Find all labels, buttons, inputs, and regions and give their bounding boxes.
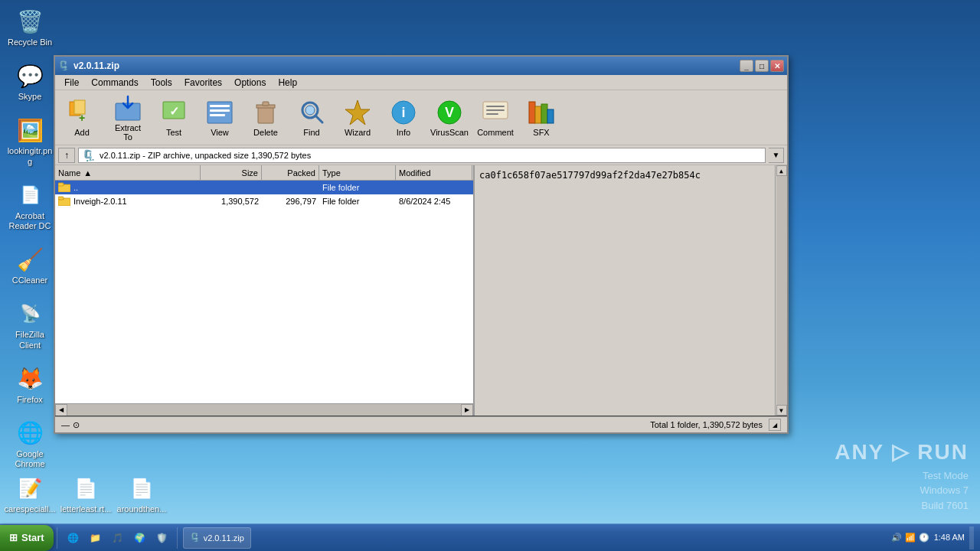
acrobat-label: Acrobat Reader DC — [7, 211, 53, 231]
desktop-icon-firefox[interactable]: 🦊 Firefox — [4, 361, 56, 408]
toolbar-test-button[interactable]: ✓ Test — [152, 93, 196, 142]
virusscan-label: VirusScan — [430, 128, 469, 137]
scroll-track-v[interactable] — [776, 176, 787, 405]
scroll-down-btn[interactable]: ▼ — [776, 405, 787, 416]
menu-commands[interactable]: Commands — [85, 76, 144, 90]
taskbar-apps: 🗜️ v2.0.11.zip — [179, 527, 885, 549]
col-header-type[interactable]: Type — [319, 165, 396, 180]
scroll-track[interactable] — [67, 404, 461, 416]
cell-type-1: File folder — [319, 183, 396, 192]
tray-clock-icon: 🕐 — [919, 533, 929, 543]
col-header-packed[interactable]: Packed — [262, 165, 319, 180]
desktop-icon-letterleast[interactable]: 📄 letterleast.rt... — [60, 471, 112, 517]
winrar-quick-launch[interactable]: 🛡️ — [152, 528, 172, 548]
tray-time[interactable]: 1:48 AM — [934, 532, 965, 543]
desktop-icon-chrome[interactable]: 🌐 Google Chrome — [4, 416, 56, 472]
menu-favorites[interactable]: Favorites — [178, 76, 228, 90]
horizontal-scrollbar[interactable]: ◀ ▶ — [55, 403, 473, 416]
tray-speaker-icon[interactable]: 🔊 — [891, 533, 902, 543]
scroll-right-btn[interactable]: ▶ — [461, 404, 473, 416]
menu-file[interactable]: File — [58, 76, 85, 90]
size-grip[interactable]: ◢ — [769, 419, 781, 431]
anyrun-watermark: ANY ▷ RUN Test Mode Windows 7 Build 7601 — [835, 436, 969, 514]
taskbar: ⊞ Start 🌐 📁 🎵 🌍 🛡️ 🗜️ v2.0.11.zip 🔊 📶 — [0, 523, 980, 551]
window-titlebar: 🗜️ v2.0.11.zip _ □ ✕ — [55, 57, 787, 75]
desktop-icon-skype[interactable]: 💬 Skype — [4, 58, 56, 105]
lookingitr-icon: 🖼️ — [15, 116, 44, 145]
desktop-icon-ccleaner[interactable]: 🧹 CCleaner — [4, 242, 56, 289]
toolbar-sfx-button[interactable]: SFX — [519, 93, 564, 142]
svg-rect-27 — [541, 104, 547, 123]
close-button[interactable]: ✕ — [770, 60, 784, 72]
file-rows: .. File folder — [55, 181, 473, 403]
address-dropdown[interactable]: ▼ — [769, 148, 784, 163]
start-orb: ⊞ — [9, 532, 18, 543]
address-input[interactable]: 🗜️ v2.0.11.zip - ZIP archive, unpacked s… — [78, 148, 766, 163]
toolbar: + Add Extract To ✓ — [55, 90, 787, 145]
letterleast-icon: 📄 — [71, 474, 100, 503]
aroundthen-label: aroundthen... — [117, 504, 167, 514]
back-button[interactable]: ↑ — [58, 148, 75, 163]
toolbar-wizard-button[interactable]: Wizard — [335, 93, 380, 142]
bottom-desktop-icons: 📝 carespeciall... 📄 letterleast.rt... 📄 … — [0, 467, 172, 520]
maximize-button[interactable]: □ — [755, 60, 769, 72]
svg-rect-12 — [263, 102, 269, 106]
media-quick-launch[interactable]: 🎵 — [108, 528, 128, 548]
carespeciall-icon: 📝 — [15, 474, 44, 503]
winrar-title-icon: 🗜️ — [58, 60, 70, 71]
status-icon-2: ⊙ — [73, 420, 80, 430]
ie-quick-launch[interactable]: 🌐 — [64, 528, 83, 548]
svg-rect-24 — [486, 113, 498, 115]
start-button[interactable]: ⊞ Start — [0, 525, 54, 551]
scroll-up-btn[interactable]: ▲ — [776, 165, 787, 176]
toolbar-add-button[interactable]: + Add — [60, 93, 104, 142]
show-desktop-btn[interactable] — [969, 527, 974, 549]
toolbar-view-button[interactable]: View — [198, 93, 242, 142]
svg-rect-30 — [58, 183, 64, 186]
menu-help[interactable]: Help — [272, 76, 303, 90]
toolbar-find-button[interactable]: Find — [289, 93, 334, 142]
table-row[interactable]: Inveigh-2.0.11 1,390,572 296,797 File fo… — [55, 194, 473, 208]
toolbar-comment-button[interactable]: Comment — [473, 93, 518, 142]
menu-tools[interactable]: Tools — [145, 76, 178, 90]
taskbar-app-label: v2.0.11.zip — [204, 533, 244, 543]
col-header-name[interactable]: Name ▲ — [55, 165, 201, 180]
desktop-icon-acrobat[interactable]: 📄 Acrobat Reader DC — [4, 178, 56, 234]
desktop-icon-recycle-bin[interactable]: 🗑️ Recycle Bin — [4, 4, 56, 51]
scroll-left-btn[interactable]: ◀ — [55, 404, 67, 416]
desktop-icon-filezilla[interactable]: 📡 FileZilla Client — [4, 296, 56, 353]
right-scrollbar[interactable]: ▲ ▼ — [775, 165, 787, 416]
desktop-icon-carespeciall[interactable]: 📝 carespeciall... — [4, 471, 56, 517]
toolbar-extract-button[interactable]: Extract To — [106, 93, 150, 142]
tray-icons[interactable]: 🔊 📶 🕐 — [891, 533, 929, 543]
menu-options[interactable]: Options — [228, 76, 272, 90]
aroundthen-icon: 📄 — [127, 474, 156, 503]
toolbar-delete-button[interactable]: Delete — [243, 93, 288, 142]
info-label: Info — [397, 128, 410, 137]
svg-rect-10 — [258, 106, 273, 123]
explorer-quick-launch[interactable]: 📁 — [86, 528, 106, 548]
toolbar-info-button[interactable]: i Info — [381, 93, 426, 142]
watermark-line1: Test Mode — [835, 468, 969, 484]
taskbar-winrar-app[interactable]: 🗜️ v2.0.11.zip — [183, 527, 251, 549]
tray-network-icon[interactable]: 📶 — [905, 533, 916, 543]
table-row[interactable]: .. File folder — [55, 181, 473, 194]
wizard-label: Wizard — [345, 128, 371, 137]
system-tray: 🔊 📶 🕐 1:48 AM — [885, 527, 980, 549]
toolbar-virusscan-button[interactable]: V VirusScan — [427, 93, 472, 142]
view-icon — [206, 99, 234, 126]
svg-marker-16 — [345, 100, 370, 125]
col-header-modified[interactable]: Modified — [396, 165, 472, 180]
svg-line-15 — [315, 116, 322, 122]
desktop-icon-lookingitr[interactable]: 🖼️ lookingitr.png — [4, 112, 56, 169]
svg-rect-22 — [486, 106, 505, 107]
minimize-button[interactable]: _ — [740, 60, 753, 72]
column-headers: Name ▲ Size Packed Type Modified — [55, 165, 473, 181]
col-header-size[interactable]: Size — [201, 165, 262, 180]
cell-name-1: .. — [55, 181, 201, 194]
svg-rect-25 — [529, 102, 535, 123]
wizard-icon — [344, 99, 371, 126]
ie-quick-launch2[interactable]: 🌍 — [130, 528, 150, 548]
desktop-icon-aroundthen[interactable]: 📄 aroundthen... — [116, 471, 168, 517]
svg-rect-7 — [210, 105, 230, 107]
